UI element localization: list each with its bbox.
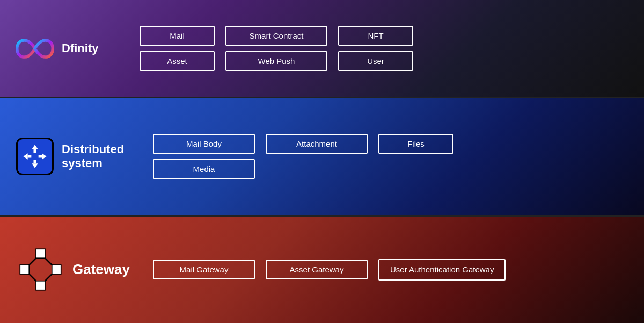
svg-rect-12 bbox=[36, 249, 45, 259]
gateway-section: Gateway Mail Gateway Asset Gateway User … bbox=[0, 217, 644, 323]
user-auth-gateway-button[interactable]: User Authentication Gateway bbox=[378, 259, 506, 281]
distributed-brand: Distributed system bbox=[16, 138, 137, 175]
infinity-logo-icon bbox=[16, 37, 54, 61]
smart-contract-button[interactable]: Smart Contract bbox=[225, 26, 327, 46]
distributed-row-1: Mail Body Attachment Files bbox=[153, 134, 628, 154]
distributed-icon bbox=[16, 138, 54, 175]
distributed-label: Distributed system bbox=[62, 142, 137, 170]
svg-marker-2 bbox=[32, 164, 38, 168]
dfinity-row-1: Mail Smart Contract NFT bbox=[140, 26, 628, 46]
gateway-row-1: Mail Gateway Asset Gateway User Authenti… bbox=[153, 259, 628, 281]
mail-body-button[interactable]: Mail Body bbox=[153, 134, 255, 154]
gateway-network-icon bbox=[18, 247, 63, 292]
files-button[interactable]: Files bbox=[378, 134, 453, 154]
dfinity-buttons: Mail Smart Contract NFT Asset Web Push U… bbox=[140, 26, 628, 71]
svg-rect-14 bbox=[36, 281, 45, 290]
dfinity-section: Dfinity Mail Smart Contract NFT Asset We… bbox=[0, 0, 644, 98]
web-push-button[interactable]: Web Push bbox=[225, 51, 327, 71]
user-button[interactable]: User bbox=[338, 51, 413, 71]
gateway-buttons: Mail Gateway Asset Gateway User Authenti… bbox=[153, 259, 628, 281]
svg-rect-1 bbox=[34, 149, 36, 153]
gateway-label: Gateway bbox=[72, 261, 137, 278]
distributed-buttons: Mail Body Attachment Files Media bbox=[153, 134, 628, 179]
svg-rect-15 bbox=[20, 265, 29, 274]
svg-rect-5 bbox=[28, 155, 32, 158]
distributed-section: Distributed system Mail Body Attachment … bbox=[0, 98, 644, 216]
mail-gateway-button[interactable]: Mail Gateway bbox=[153, 260, 255, 279]
media-button[interactable]: Media bbox=[153, 159, 255, 179]
arrows-icon bbox=[21, 143, 48, 170]
distributed-row-2: Media bbox=[153, 159, 628, 179]
attachment-button[interactable]: Attachment bbox=[266, 134, 368, 154]
svg-marker-6 bbox=[42, 154, 46, 160]
gateway-brand: Gateway bbox=[16, 246, 137, 294]
svg-rect-7 bbox=[39, 155, 42, 158]
mail-button[interactable]: Mail bbox=[140, 26, 215, 46]
dfinity-row-2: Asset Web Push User bbox=[140, 51, 628, 71]
dfinity-brand: Dfinity bbox=[16, 37, 123, 61]
asset-gateway-button[interactable]: Asset Gateway bbox=[266, 260, 368, 279]
svg-rect-13 bbox=[52, 265, 61, 274]
svg-marker-4 bbox=[23, 154, 27, 160]
svg-marker-0 bbox=[32, 145, 38, 149]
svg-rect-3 bbox=[34, 160, 36, 164]
gateway-icon-container bbox=[16, 246, 64, 294]
nft-button[interactable]: NFT bbox=[338, 26, 413, 46]
asset-button[interactable]: Asset bbox=[140, 51, 215, 71]
dfinity-brand-label: Dfinity bbox=[62, 41, 98, 55]
